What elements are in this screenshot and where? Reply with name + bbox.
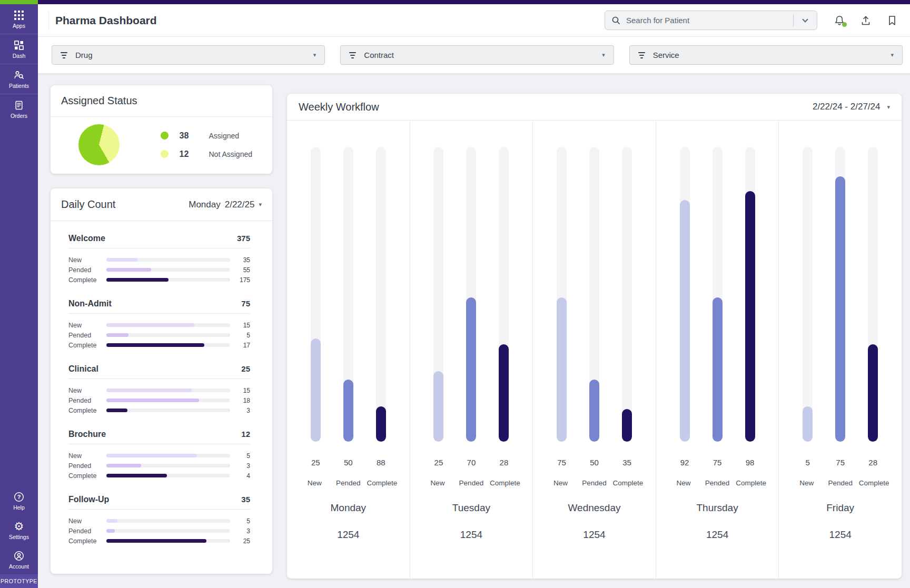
- day-column-wednesday: 75 50 35 New Pended Complete Wednesday 1…: [533, 121, 656, 579]
- not-assigned-label: Not Assigned: [209, 150, 253, 158]
- filter-contract[interactable]: Contract ▾: [340, 45, 614, 65]
- weekly-workflow-card: Weekly Workflow 2/22/24 - 2/27/24 ▾ 25 5…: [287, 94, 902, 579]
- weekly-workflow-title: Weekly Workflow: [299, 101, 379, 113]
- daily-section-clinical: Clinical 25 New 15 Pended 18 Complete 3: [68, 364, 250, 415]
- sidebar-item-orders[interactable]: Orders: [0, 94, 38, 124]
- stat-row: Pended 18: [68, 395, 250, 405]
- bar-group: [433, 147, 509, 442]
- row-value: 5: [230, 517, 250, 525]
- filter-bar: Drug ▾ Contract ▾ Service ▾: [38, 37, 910, 74]
- row-label: Complete: [68, 537, 106, 545]
- daily-section-follow-up: Follow-Up 35 New 5 Pended 3 Complete 25: [68, 495, 250, 546]
- stat-row: New 35: [68, 255, 250, 265]
- stat-row: Complete 25: [68, 536, 250, 546]
- stat-row: Complete 17: [68, 340, 250, 350]
- row-label: Pended: [68, 527, 106, 535]
- sidebar-item-account[interactable]: Account: [0, 545, 38, 574]
- day-column-tuesday: 25 70 28 New Pended Complete Tuesday 125…: [410, 121, 533, 579]
- progress-fill: [106, 474, 167, 477]
- sidebar-item-settings[interactable]: ⚙ Settings: [0, 515, 38, 545]
- not-assigned-dot-icon: [161, 150, 169, 158]
- bar-group: [680, 147, 755, 442]
- filter-drug-label: Drug: [75, 51, 93, 59]
- progress-track: [106, 408, 230, 412]
- sidebar-label-help: Help: [13, 504, 25, 511]
- label-new: New: [421, 479, 454, 487]
- label-pended: Pended: [454, 479, 488, 487]
- bar-track-complete: [376, 147, 386, 442]
- metric-labels: New Pended Complete: [421, 479, 522, 487]
- stat-row: Pended 3: [68, 461, 250, 471]
- bar-fill-pended: [835, 176, 845, 442]
- upload-icon[interactable]: [859, 14, 872, 27]
- label-complete: Complete: [365, 479, 399, 487]
- row-label: Pended: [68, 332, 106, 339]
- search-options-button[interactable]: [794, 11, 817, 29]
- metric-labels: New Pended Complete: [543, 479, 645, 487]
- bar-track-complete: [745, 147, 755, 442]
- assigned-status-card: Assigned Status 38 Assigned 12 Not Assig…: [51, 85, 272, 174]
- label-complete: Complete: [488, 479, 522, 487]
- caret-down-icon: ▾: [259, 201, 262, 208]
- progress-track: [106, 388, 230, 392]
- value-pended: 75: [701, 458, 734, 467]
- bar-fill-complete: [622, 409, 632, 442]
- row-value: 35: [230, 256, 250, 264]
- value-complete: 28: [857, 458, 889, 467]
- bar-fill-new: [803, 406, 813, 442]
- bar-fill-pended: [589, 380, 599, 442]
- metric-labels: New Pended Complete: [667, 479, 768, 487]
- progress-fill: [106, 408, 127, 412]
- sidebar-item-apps[interactable]: Apps: [0, 4, 38, 34]
- bar-track-pended: [835, 147, 845, 442]
- value-new: 5: [792, 458, 824, 467]
- account-person-icon: [14, 551, 24, 561]
- page-title: Pharma Dashboard: [55, 14, 157, 27]
- legend-item-assigned: 38 Assigned: [161, 131, 253, 141]
- daily-count-date-selector[interactable]: Monday 2/22/25 ▾: [189, 200, 262, 210]
- filter-service[interactable]: Service ▾: [629, 45, 903, 65]
- progress-fill: [106, 278, 169, 282]
- bar-track-pended: [713, 147, 723, 442]
- sidebar-label-account: Account: [9, 563, 29, 570]
- bar-fill-complete: [745, 191, 755, 442]
- value-new: 25: [299, 458, 332, 467]
- sidebar-item-help[interactable]: ? Help: [0, 486, 38, 515]
- section-total: 375: [237, 234, 250, 243]
- stat-row: New 5: [68, 516, 250, 526]
- sidebar-spacer: [0, 124, 38, 486]
- row-value: 55: [230, 266, 250, 274]
- bar-fill-pended: [713, 297, 723, 442]
- stat-row: New 15: [68, 385, 250, 395]
- stat-row: New 15: [68, 320, 250, 330]
- weekly-date-range-selector[interactable]: 2/22/24 - 2/27/24 ▾: [813, 102, 890, 112]
- bar-track-new: [311, 147, 321, 442]
- progress-fill: [106, 398, 199, 402]
- day-name: Tuesday: [452, 502, 490, 514]
- search-input[interactable]: [626, 16, 793, 25]
- sidebar-item-dash[interactable]: Dash: [0, 34, 38, 64]
- sidebar-item-patients[interactable]: Patients: [0, 64, 38, 94]
- progress-fill: [106, 529, 115, 533]
- caret-down-icon: ▾: [602, 52, 605, 58]
- prototype-badge: PROTOTYPE: [0, 574, 38, 588]
- row-value: 175: [230, 276, 250, 284]
- notifications-bell-icon[interactable]: [833, 14, 846, 27]
- pharma-dashboard-app: Apps Dash: [0, 0, 910, 588]
- filter-drug[interactable]: Drug ▾: [52, 45, 325, 65]
- progress-fill: [106, 464, 141, 467]
- value-pended: 70: [455, 458, 488, 467]
- value-pended: 75: [824, 458, 857, 467]
- help-question-icon: ?: [14, 492, 24, 502]
- row-value: 15: [230, 322, 250, 329]
- day-name: Thursday: [696, 502, 738, 514]
- bookmark-icon[interactable]: [886, 14, 898, 27]
- row-label: Pended: [68, 397, 106, 404]
- progress-track: [106, 343, 230, 347]
- row-label: New: [68, 517, 106, 525]
- row-value: 4: [230, 472, 250, 480]
- filter-contract-label: Contract: [364, 51, 394, 59]
- legend-item-not-assigned: 12 Not Assigned: [161, 150, 253, 159]
- stat-row: Pended 55: [68, 265, 250, 275]
- sidebar-label-patients: Patients: [9, 83, 29, 89]
